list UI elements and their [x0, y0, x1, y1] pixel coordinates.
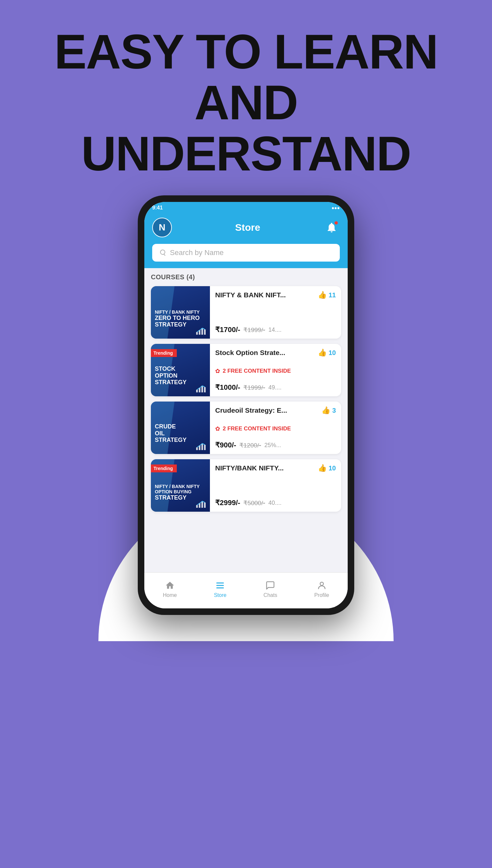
- price-current: ₹1000/-: [215, 383, 240, 392]
- like-icon: 👍: [318, 464, 327, 472]
- price-original: ₹5000/-: [243, 499, 265, 507]
- nav-home-label: Home: [163, 592, 177, 598]
- like-icon: 👍: [318, 348, 327, 357]
- phone-frame: 9:41 ●●● N Store: [138, 195, 354, 615]
- course-thumbnail: Trending STOCKOPTIONSTRATEGY: [151, 344, 210, 396]
- course-info: Crudeoil Strategy: E... 👍 3 ✿ 2 FREE CON…: [210, 401, 341, 454]
- course-name: Stock Option Strate...: [215, 349, 318, 357]
- course-thumbnail: Trending NIFTY / BANK NIFTYOPTION BUYING…: [151, 459, 210, 512]
- price-extra: 25%...: [264, 442, 281, 449]
- svg-rect-14: [201, 501, 203, 508]
- price-row: ₹2999/- ₹5000/- 40....: [215, 499, 336, 507]
- bottom-nav: Home Store Chats: [144, 572, 348, 608]
- free-badge-icon: ✿: [215, 367, 220, 375]
- like-icon: 👍: [318, 291, 327, 299]
- search-bar[interactable]: Search by Name: [152, 244, 340, 262]
- course-info: NIFTY & BANK NIFT... 👍 11 ₹1700/- ₹1999/…: [210, 286, 341, 339]
- home-icon: [165, 581, 175, 590]
- svg-rect-4: [196, 390, 198, 392]
- course-thumbnail: CRUDEOILSTRATEGY: [151, 401, 210, 454]
- notification-badge: [334, 220, 339, 225]
- svg-rect-3: [204, 330, 206, 335]
- svg-rect-11: [204, 445, 206, 450]
- price-original: ₹1999/-: [243, 326, 265, 334]
- course-card[interactable]: Trending NIFTY / BANK NIFTYOPTION BUYING…: [151, 459, 341, 512]
- hero-section: EASY TO LEARN AND UNDERSTAND: [0, 0, 492, 189]
- like-row: 👍 10: [318, 348, 336, 357]
- store-icon: [215, 581, 225, 590]
- phone-wrapper: 9:41 ●●● N Store: [0, 195, 492, 615]
- search-container: Search by Name: [144, 244, 348, 268]
- price-original: ₹1999/-: [243, 384, 265, 391]
- price-original: ₹1200/-: [240, 442, 261, 449]
- price-extra: 49....: [268, 384, 281, 391]
- course-name: NIFTY & BANK NIFT...: [215, 291, 318, 299]
- nav-store-label: Store: [214, 592, 226, 598]
- section-title: COURSES (4): [151, 273, 341, 281]
- price-row: ₹1700/- ₹1999/- 14....: [215, 325, 336, 334]
- like-icon: 👍: [321, 406, 330, 415]
- price-row: ₹1000/- ₹1999/- 49....: [215, 383, 336, 392]
- course-name: NIFTY/BANK NIFTY...: [215, 464, 318, 472]
- search-placeholder: Search by Name: [170, 248, 224, 257]
- price-extra: 14....: [268, 326, 281, 333]
- svg-rect-15: [204, 502, 206, 508]
- like-count: 3: [332, 407, 336, 414]
- nav-home[interactable]: Home: [163, 581, 177, 598]
- content-area: COURSES (4) NIFTY / BANK NIFTYZERO TO HE…: [144, 268, 348, 572]
- chats-icon: [265, 581, 275, 590]
- free-badge-text: 2 FREE CONTENT INSIDE: [223, 425, 291, 432]
- svg-rect-6: [201, 386, 203, 392]
- like-row: 👍 10: [318, 464, 336, 472]
- price-current: ₹2999/-: [215, 499, 240, 507]
- like-row: 👍 3: [321, 406, 336, 415]
- svg-rect-12: [196, 505, 198, 508]
- free-badge-text: 2 FREE CONTENT INSIDE: [223, 368, 291, 374]
- course-name: Crudeoil Strategy: E...: [215, 406, 321, 414]
- trending-badge: Trending: [151, 349, 177, 357]
- app-header: N Store: [144, 214, 348, 244]
- svg-rect-7: [204, 387, 206, 392]
- svg-rect-10: [201, 444, 203, 450]
- free-badge: ✿ 2 FREE CONTENT INSIDE: [215, 425, 336, 432]
- status-bar: 9:41 ●●●: [144, 202, 348, 214]
- svg-point-16: [320, 582, 323, 585]
- free-badge: ✿ 2 FREE CONTENT INSIDE: [215, 367, 336, 375]
- nav-profile[interactable]: Profile: [314, 581, 329, 598]
- nav-chats-label: Chats: [263, 592, 277, 598]
- course-info: Stock Option Strate... 👍 10 ✿ 2 FREE CON…: [210, 344, 341, 396]
- like-count: 11: [329, 291, 336, 299]
- like-row: 👍 11: [318, 291, 336, 299]
- nav-profile-label: Profile: [314, 592, 329, 598]
- course-card[interactable]: Trending STOCKOPTIONSTRATEGY Stock: [151, 344, 341, 396]
- price-current: ₹1700/-: [215, 325, 240, 334]
- nav-store[interactable]: Store: [214, 581, 226, 598]
- course-card[interactable]: NIFTY / BANK NIFTYZERO TO HEROSTRATEGY N…: [151, 286, 341, 339]
- svg-rect-8: [196, 447, 198, 450]
- free-badge-icon: ✿: [215, 425, 220, 432]
- course-thumbnail: NIFTY / BANK NIFTYZERO TO HEROSTRATEGY: [151, 286, 210, 339]
- notification-bell[interactable]: [323, 219, 340, 236]
- like-count: 10: [329, 465, 336, 472]
- price-row: ₹900/- ₹1200/- 25%...: [215, 441, 336, 449]
- course-list: NIFTY / BANK NIFTYZERO TO HEROSTRATEGY N…: [151, 286, 341, 512]
- hero-title: EASY TO LEARN AND UNDERSTAND: [20, 26, 472, 179]
- phone-screen: 9:41 ●●● N Store: [144, 202, 348, 608]
- header-title: Store: [235, 222, 261, 233]
- svg-rect-2: [201, 328, 203, 335]
- profile-icon: [317, 581, 327, 590]
- trending-badge: Trending: [151, 465, 177, 472]
- like-count: 10: [329, 349, 336, 357]
- nav-chats[interactable]: Chats: [263, 581, 277, 598]
- avatar[interactable]: N: [152, 218, 172, 237]
- price-current: ₹900/-: [215, 441, 236, 449]
- search-icon: [159, 249, 166, 256]
- course-info: NIFTY/BANK NIFTY... 👍 10 ₹2999/- ₹5000/-…: [210, 459, 341, 512]
- svg-rect-0: [196, 332, 198, 335]
- price-extra: 40....: [268, 500, 281, 506]
- course-card[interactable]: CRUDEOILSTRATEGY Crudeoil Strategy: E...: [151, 401, 341, 454]
